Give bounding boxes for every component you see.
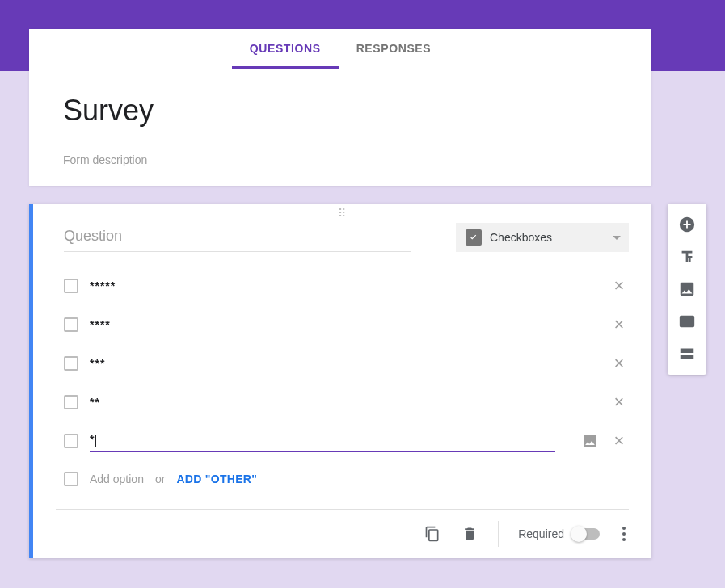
option-row: *** ×	[64, 344, 629, 383]
remove-option-button[interactable]: ×	[609, 354, 629, 373]
required-group: Required	[518, 527, 600, 540]
divider	[498, 521, 499, 547]
add-option-button[interactable]: Add option	[90, 472, 144, 485]
add-video-button[interactable]	[668, 305, 706, 338]
question-card: ⠿ Question Checkboxes ***** × **** × ***…	[29, 204, 651, 558]
question-footer: Required	[56, 509, 629, 558]
remove-option-button[interactable]: ×	[609, 393, 629, 412]
checkbox-icon	[64, 434, 78, 448]
tab-questions[interactable]: QUESTIONS	[232, 29, 339, 69]
form-description[interactable]: Form description	[63, 153, 618, 166]
checkbox-icon	[64, 356, 78, 371]
option-row: ***** ×	[64, 267, 629, 305]
question-title-input[interactable]: Question	[64, 223, 411, 252]
question-type-selector[interactable]: Checkboxes	[456, 223, 629, 252]
or-label: or	[155, 472, 165, 485]
side-toolbar	[668, 204, 706, 375]
option-input[interactable]: ****	[90, 315, 598, 334]
more-options-button[interactable]	[619, 523, 629, 544]
form-title[interactable]: Survey	[63, 94, 618, 128]
text-cursor	[95, 435, 96, 447]
required-label: Required	[518, 527, 564, 540]
add-image-to-option-button[interactable]	[582, 433, 598, 449]
question-type-label: Checkboxes	[490, 231, 605, 244]
checkbox-icon	[64, 317, 78, 332]
required-toggle[interactable]	[572, 528, 600, 540]
checkbox-icon	[64, 279, 78, 293]
checkbox-type-icon	[466, 229, 482, 246]
option-input[interactable]: **	[90, 393, 598, 412]
option-input[interactable]: *	[90, 430, 555, 452]
tabs-row: QUESTIONS RESPONSES	[29, 29, 651, 69]
option-row: ** ×	[64, 383, 629, 422]
options-list: ***** × **** × *** × ** × * ×	[33, 252, 651, 460]
checkbox-icon	[64, 472, 78, 486]
option-row: **** ×	[64, 305, 629, 344]
option-input[interactable]: ***	[90, 354, 598, 373]
remove-option-button[interactable]: ×	[609, 431, 629, 451]
checkbox-icon	[64, 395, 78, 410]
add-title-button[interactable]	[668, 241, 706, 273]
remove-option-button[interactable]: ×	[609, 276, 629, 296]
add-image-button[interactable]	[668, 273, 706, 305]
add-question-button[interactable]	[668, 208, 706, 241]
add-option-row: Add option or ADD "OTHER"	[33, 460, 651, 509]
duplicate-button[interactable]	[424, 525, 441, 543]
option-row: * ×	[64, 422, 629, 460]
tab-responses[interactable]: RESPONSES	[339, 29, 449, 69]
delete-button[interactable]	[461, 525, 478, 543]
form-header-card: QUESTIONS RESPONSES Survey Form descript…	[29, 29, 651, 186]
title-section: Survey Form description	[29, 69, 651, 186]
add-other-button[interactable]: ADD "OTHER"	[176, 472, 257, 485]
remove-option-button[interactable]: ×	[609, 315, 629, 334]
drag-handle-icon[interactable]: ⠿	[33, 204, 651, 221]
chevron-down-icon	[613, 236, 621, 240]
option-input[interactable]: *****	[90, 276, 598, 296]
add-section-button[interactable]	[668, 338, 706, 370]
